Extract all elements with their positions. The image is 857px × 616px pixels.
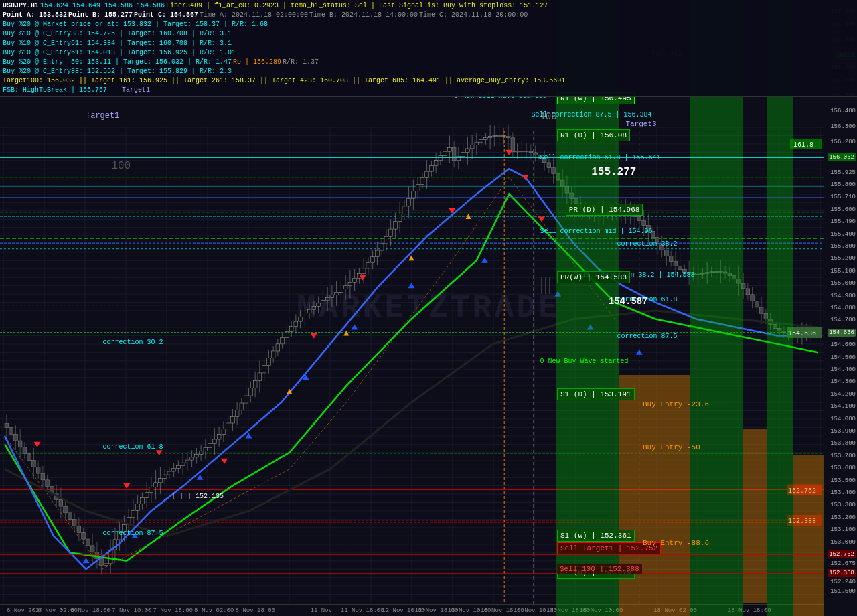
signal-info: Liner3489 | f1_ar_c0: 0.2923 | tema_h1_s… bbox=[166, 1, 548, 11]
new-buy-wave-label: 0 New Buy Wave started bbox=[540, 358, 628, 365]
time-7nov-18: 7 Nov 18:00 bbox=[153, 607, 193, 614]
fsb-row: FSB: HighToBreak | 155.767 bbox=[3, 86, 107, 95]
price-1553: 155.300 bbox=[830, 243, 856, 250]
time-11nov: 11 Nov bbox=[310, 607, 331, 614]
buy-88: Buy %20 @ C_Entry88: 152.552 | Target: 1… bbox=[3, 67, 232, 76]
target3-overlay: Target3 bbox=[625, 120, 656, 128]
price-152135-label: | | | 152.135 bbox=[171, 493, 224, 500]
price-156032: 156.032 bbox=[828, 153, 856, 161]
100-left-label: 100 bbox=[111, 160, 131, 172]
val-154587-label: 154.587 bbox=[609, 296, 648, 307]
zone-orange-2 bbox=[743, 429, 767, 603]
sell-corr-618-label: Sell correction 61.8 | 155.641 bbox=[540, 154, 660, 161]
point-b: Point B: 155.277 bbox=[68, 11, 133, 20]
s1-w-label: S1 (w) | 152.361 bbox=[557, 530, 635, 542]
val-155277-label: 155.277 bbox=[591, 166, 636, 178]
correction-618-left-label: correction 61.8 bbox=[103, 443, 163, 451]
sell-corr-875-label: Sell correction 87.5 | 156.384 bbox=[532, 111, 652, 119]
correction-382-label: correction 38.2 bbox=[617, 240, 678, 248]
zone-orange-3 bbox=[793, 455, 824, 616]
price-1554: 155.400 bbox=[830, 231, 856, 238]
point-a: Point A: 153.832 bbox=[3, 11, 67, 20]
hline-15275 bbox=[0, 554, 824, 555]
buy-entry-m236-label: Buy Entry -23.6 bbox=[643, 400, 709, 408]
price-15549: 155.490 bbox=[830, 218, 856, 225]
point-c: Point C: 154.567 bbox=[134, 11, 198, 20]
hline-156032 bbox=[0, 157, 824, 158]
price-1562: 156.200 bbox=[830, 139, 856, 145]
zone-orange-1 bbox=[619, 375, 690, 616]
price-1540: 154.000 bbox=[830, 416, 856, 422]
time-8nov-02: 8 Nov 02:00 bbox=[194, 607, 234, 614]
price-1559: 155.925 bbox=[830, 169, 856, 176]
price-15238: 152.388 bbox=[828, 569, 856, 577]
sell-corr-mid-label: Sell correction mid | 154.96 bbox=[540, 228, 652, 235]
price-154636: 154.636 bbox=[828, 329, 856, 337]
correction-875-right-label: correction 87.5 bbox=[617, 333, 678, 340]
sell-100-label: Sell 100 | 152.388 bbox=[557, 564, 642, 574]
chart-container: USDJPY.H1 154.624 154.649 154.586 154.58… bbox=[0, 0, 857, 616]
hline-15571 bbox=[0, 197, 824, 198]
price-1531: 153.100 bbox=[830, 526, 856, 533]
price-1543: 154.300 bbox=[830, 378, 856, 385]
price-1537: 153.700 bbox=[830, 453, 856, 459]
r1-d-label: R1 (D) | 156.08 bbox=[557, 129, 630, 141]
price-1539: 153.900 bbox=[830, 428, 856, 435]
price-15224: 152.240 bbox=[830, 579, 856, 585]
pr-d2-label: PR(W) | 154.583 bbox=[557, 271, 630, 283]
price-15571: 155.710 bbox=[830, 194, 856, 200]
price-1535: 153.500 bbox=[830, 477, 856, 484]
price-1558: 155.800 bbox=[830, 181, 856, 188]
time-6nov-18: 6 Nov 18:00 bbox=[71, 607, 110, 614]
price-1546: 154.600 bbox=[830, 341, 856, 348]
buy-entry-m886-label: Buy Entry -88.6 bbox=[643, 539, 709, 547]
top-info-bar: USDJPY.H1 154.624 154.649 154.586 154.58… bbox=[0, 0, 857, 97]
price-1556: 155.600 bbox=[830, 206, 856, 213]
price-1544: 154.400 bbox=[830, 366, 856, 373]
watermark: MARKETZTRADE bbox=[297, 290, 560, 326]
price-1541: 154.100 bbox=[830, 403, 856, 410]
price-1551: 155.100 bbox=[830, 268, 856, 275]
time-b: Time B: 2024.11.18 14:00:00 bbox=[309, 11, 418, 20]
buy-38: Buy %10 @ C_Entry38: 154.725 | Target: 1… bbox=[3, 29, 232, 39]
time-c: Time C: 2024.11.18 20:00:00 bbox=[419, 11, 528, 20]
price-1548: 154.800 bbox=[830, 305, 856, 311]
price-1563: 156.300 bbox=[830, 123, 856, 130]
price-1552: 155.200 bbox=[830, 255, 856, 262]
target1-label: Target1 bbox=[122, 86, 150, 95]
hline-15238 bbox=[0, 573, 824, 574]
price-1534: 153.400 bbox=[830, 489, 856, 496]
price-1564: 156.400 bbox=[830, 108, 856, 114]
price-1538: 153.800 bbox=[830, 440, 856, 447]
price-1545: 154.500 bbox=[830, 354, 856, 361]
buy-61-1: Buy %10 @ C_Entry61: 154.384 | Target: 1… bbox=[3, 39, 232, 48]
time-a: Time A: 2024.11.18 02:00:00 bbox=[200, 11, 308, 20]
s1-d-label: S1 (D) | 153.191 bbox=[557, 388, 635, 400]
buy-entry-m50-label: Buy Entry -50 bbox=[643, 443, 700, 451]
target1-overlay: Target1 bbox=[86, 111, 119, 121]
correction-875-bottom-label: correction 87.5 bbox=[103, 530, 163, 537]
time-8nov-18: 8 Nov 18:00 bbox=[236, 607, 275, 614]
hline-fsb bbox=[0, 191, 824, 191]
price-1542: 154.200 bbox=[830, 391, 856, 398]
price-1536: 153.600 bbox=[830, 465, 856, 471]
pr-d-label: PR (D) | 154.968 bbox=[566, 204, 643, 216]
price-1532: 153.200 bbox=[830, 514, 856, 521]
buy-entry-50: Buy %20 @ Entry -50: 153.11 | Target: 15… bbox=[3, 58, 232, 67]
price-1530: 153.000 bbox=[830, 539, 856, 546]
rr-label: R/R: 1.37 bbox=[283, 58, 319, 67]
price-1547: 154.700 bbox=[830, 317, 856, 323]
price-1549: 154.900 bbox=[830, 293, 856, 299]
ticker: USDJPY.H1 bbox=[3, 1, 39, 11]
price-1533: 153.300 bbox=[830, 502, 856, 508]
time-11nov-18: 11 Nov 18:00 bbox=[341, 607, 384, 614]
price-15275: 152.752 bbox=[828, 550, 856, 558]
buy-market: Buy %20 @ Market price or at: 153.832 | … bbox=[3, 20, 268, 29]
price-1550: 155.000 bbox=[830, 280, 856, 287]
price-1515: 151.500 bbox=[830, 588, 856, 595]
time-7nov-10: 7 Nov 10:00 bbox=[112, 607, 151, 614]
correction-302-label: correction 30.2 bbox=[103, 339, 163, 346]
buy-61-2: Buy %10 @ C_Entry61: 154.013 | Target: 1… bbox=[3, 48, 236, 58]
ro-label: Ro | 156.289 bbox=[233, 58, 281, 67]
targets-row: Target100: 156.032 || Target 161: 156.92… bbox=[3, 76, 565, 86]
